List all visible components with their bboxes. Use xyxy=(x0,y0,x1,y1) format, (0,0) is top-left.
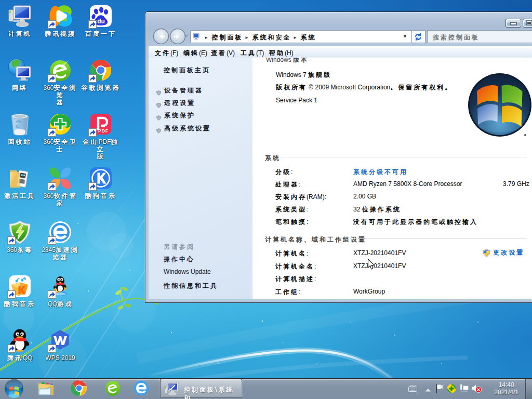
svg-text:PDF: PDF xyxy=(98,128,109,134)
svg-text:du: du xyxy=(97,18,105,25)
